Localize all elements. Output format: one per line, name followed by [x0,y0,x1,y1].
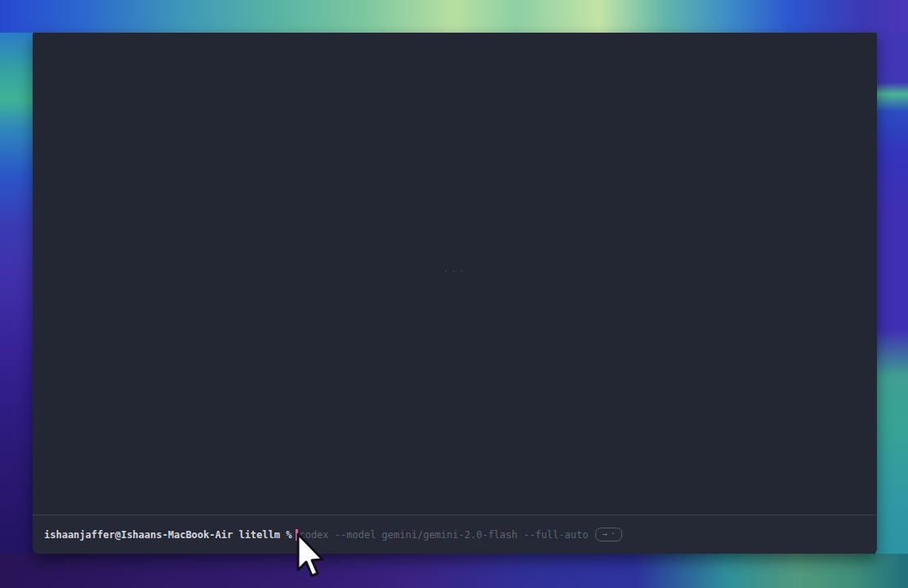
terminal-body[interactable]: ... [33,33,877,514]
autosuggestion-command: codex --model gemini/gemini-2.0-flash --… [299,529,588,541]
wallpaper-right-edge [875,0,908,588]
wallpaper-left-edge [0,0,34,588]
tab-hint-pill: → · [595,528,621,541]
shell-prompt: ishaanjaffer@Ishaans-MacBook-Air litellm… [44,529,292,541]
dot-icon: · [610,528,615,540]
text-caret [296,529,298,541]
wallpaper-bottom-edge [0,554,908,588]
loading-ellipsis: ... [33,264,877,274]
prompt-bar[interactable]: ishaanjaffer@Ishaans-MacBook-Air litellm… [33,515,877,554]
desktop: ... ishaanjaffer@Ishaans-MacBook-Air lit… [0,0,908,588]
wallpaper-top-edge [0,0,908,33]
terminal-window[interactable]: ... ishaanjaffer@Ishaans-MacBook-Air lit… [33,33,877,554]
arrow-right-icon: → [602,528,607,540]
